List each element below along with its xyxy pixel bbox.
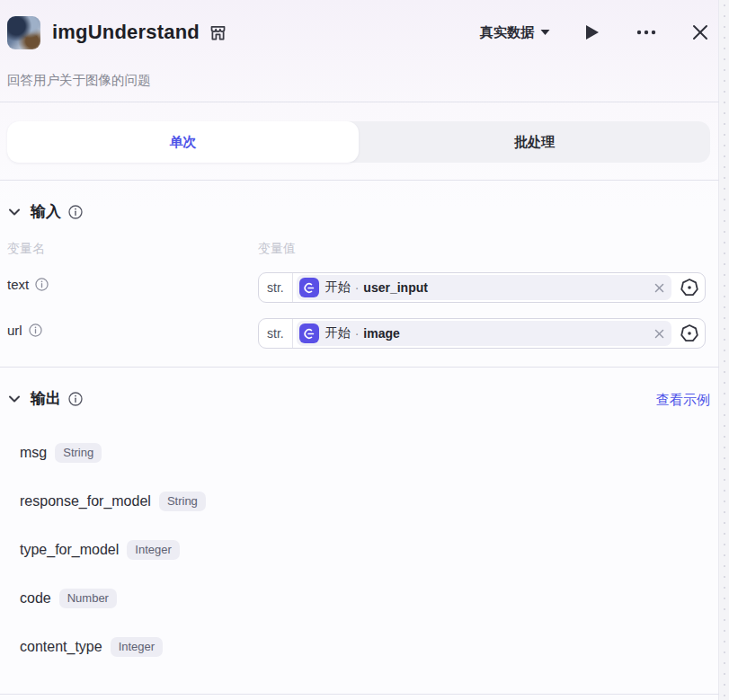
node-title: imgUnderstand bbox=[52, 21, 200, 44]
node-config-panel: imgUnderstand 真实数据 回答用户关于 bbox=[0, 0, 719, 700]
output-item: code Number bbox=[20, 587, 117, 610]
column-variable-value: 变量值 bbox=[258, 241, 296, 257]
variable-name: url bbox=[7, 323, 22, 338]
start-node-icon bbox=[299, 323, 319, 343]
type-prefix[interactable]: str. bbox=[259, 273, 293, 302]
divider bbox=[0, 367, 719, 368]
data-mode-label: 真实数据 bbox=[480, 24, 534, 41]
variable-reference-tag[interactable]: 开始 · user_input bbox=[297, 275, 671, 300]
view-example-link[interactable]: 查看示例 bbox=[656, 392, 710, 409]
clear-icon[interactable] bbox=[654, 329, 664, 339]
chevron-down-icon[interactable] bbox=[8, 394, 21, 403]
output-type-badge: Number bbox=[59, 589, 117, 608]
input-column-headers: 变量名 变量值 bbox=[7, 241, 712, 257]
output-name: msg bbox=[20, 445, 47, 461]
output-item: msg String bbox=[20, 441, 102, 465]
output-type-badge: String bbox=[55, 443, 102, 463]
output-type-badge: String bbox=[159, 492, 206, 511]
run-mode-tabs: 单次 批处理 bbox=[7, 121, 710, 163]
output-name: response_for_model bbox=[20, 493, 151, 509]
ref-separator: · bbox=[355, 326, 360, 341]
expression-heptagon-icon[interactable] bbox=[679, 323, 700, 344]
divider bbox=[0, 694, 719, 695]
start-node-icon bbox=[299, 278, 319, 297]
data-mode-dropdown[interactable]: 真实数据 bbox=[480, 24, 550, 41]
workflow-canvas-dots bbox=[719, 0, 729, 700]
input-section-title: 输入 bbox=[31, 201, 61, 222]
ref-node-name: 开始 bbox=[325, 279, 351, 296]
expression-heptagon-icon[interactable] bbox=[679, 277, 700, 298]
info-icon[interactable] bbox=[68, 205, 83, 219]
info-icon[interactable] bbox=[68, 392, 83, 406]
info-icon[interactable] bbox=[29, 323, 42, 337]
output-name: type_for_model bbox=[20, 542, 119, 558]
output-item: type_for_model Integer bbox=[20, 538, 180, 562]
input-row-text-value[interactable]: str. 开始 · user_input bbox=[258, 272, 706, 303]
clear-icon[interactable] bbox=[654, 283, 664, 293]
ref-variable-name: user_input bbox=[363, 280, 428, 295]
variable-reference-tag[interactable]: 开始 · image bbox=[297, 321, 671, 346]
input-row-text-label: text bbox=[7, 277, 49, 292]
run-button[interactable] bbox=[581, 21, 604, 44]
variable-name: text bbox=[7, 277, 29, 292]
output-item: response_for_model String bbox=[20, 490, 206, 513]
tab-single[interactable]: 单次 bbox=[7, 121, 359, 163]
output-type-badge: Integer bbox=[111, 637, 163, 657]
output-name: code bbox=[20, 590, 51, 607]
output-type-badge: Integer bbox=[127, 540, 179, 560]
divider bbox=[0, 180, 719, 181]
ref-variable-name: image bbox=[363, 326, 399, 341]
chevron-down-icon bbox=[540, 29, 550, 36]
tab-batch[interactable]: 批处理 bbox=[359, 121, 710, 163]
output-item: content_type Integer bbox=[20, 635, 163, 659]
ref-node-name: 开始 bbox=[325, 325, 351, 341]
node-description: 回答用户关于图像的问题 bbox=[7, 72, 151, 89]
panel-header: imgUnderstand 真实数据 bbox=[7, 13, 712, 52]
column-variable-name: 变量名 bbox=[7, 241, 45, 255]
input-row-url-value[interactable]: str. 开始 · image bbox=[258, 318, 706, 349]
output-name: content_type bbox=[20, 639, 102, 655]
input-section-header[interactable]: 输入 bbox=[8, 201, 83, 222]
divider bbox=[0, 102, 719, 102]
input-row-url-label: url bbox=[7, 323, 42, 338]
more-menu-button[interactable] bbox=[635, 21, 658, 44]
close-button[interactable] bbox=[689, 21, 712, 44]
node-avatar bbox=[7, 16, 40, 49]
output-section-header[interactable]: 输出 bbox=[8, 388, 83, 409]
ref-separator: · bbox=[355, 280, 360, 295]
type-prefix[interactable]: str. bbox=[259, 319, 293, 348]
info-icon[interactable] bbox=[35, 278, 49, 291]
storefront-icon[interactable] bbox=[209, 23, 227, 42]
output-section-title: 输出 bbox=[31, 388, 61, 409]
chevron-down-icon[interactable] bbox=[8, 208, 21, 217]
